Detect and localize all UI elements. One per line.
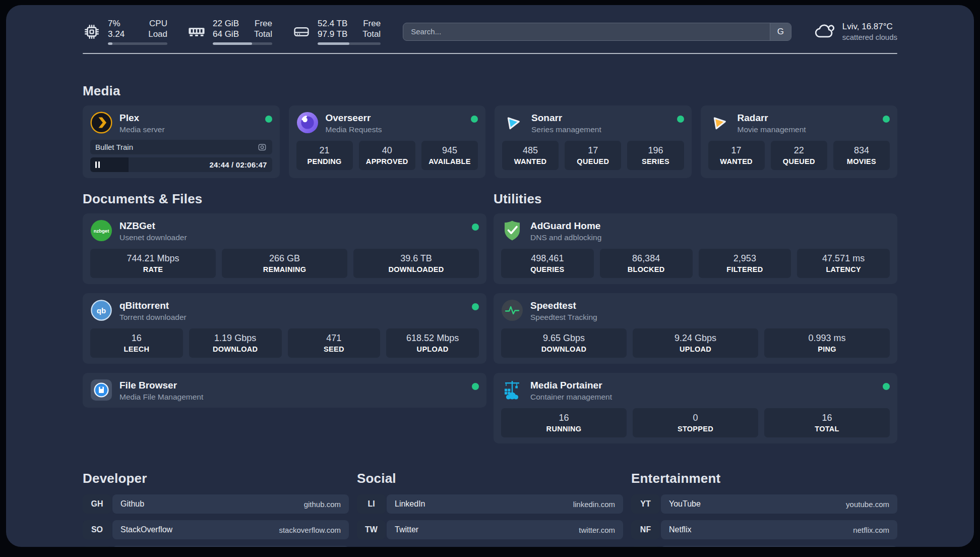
stat-label: DOWNLOAD (503, 345, 625, 353)
stat-box-row: 9.65 GbpsDOWNLOAD9.24 GbpsUPLOAD0.993 ms… (501, 328, 890, 358)
link-row-twitter[interactable]: TWTwittertwitter.com (357, 520, 623, 539)
link-row-youtube[interactable]: YTYouTubeyoutube.com (631, 494, 897, 514)
middle-columns: Documents & Files nzbgetNZBGetUsenet dow… (83, 191, 897, 443)
link-main[interactable]: Githubgithub.com (112, 494, 349, 514)
app-card-speedtest[interactable]: SpeedtestSpeedtest Tracking9.65 GbpsDOWN… (494, 293, 897, 364)
stat-value: 21 (298, 145, 351, 156)
metric-value: 97.9 TB (318, 29, 347, 39)
stat-box: 834MOVIES (833, 141, 890, 170)
qbittorrent-icon: qb (90, 299, 112, 321)
media-card-grid: PlexMedia serverBullet Train24:44 / 02:0… (83, 105, 897, 178)
topbar: 7%CPU3.24Load22 GiBFree64 GiBTotal52.4 T… (83, 18, 897, 45)
app-card-text: qBittorrentTorrent downloader (119, 299, 465, 322)
link-main[interactable]: LinkedInlinkedin.com (387, 494, 623, 514)
app-description: DNS and adblocking (530, 233, 890, 242)
stat-value: 9.65 Gbps (503, 332, 625, 344)
link-main[interactable]: Twittertwitter.com (387, 520, 623, 539)
link-main[interactable]: Netflixnetflix.com (661, 520, 897, 539)
adguard-icon (501, 219, 523, 242)
cloud-icon (814, 20, 836, 44)
app-card-file-browser[interactable]: File BrowserMedia File Management (83, 373, 486, 408)
app-card-qbittorrent[interactable]: qbqBittorrentTorrent downloader16LEECH1.… (83, 293, 486, 364)
link-abbreviation: YT (631, 494, 660, 514)
pause-button[interactable] (95, 161, 100, 168)
app-card-header: qbqBittorrentTorrent downloader (90, 299, 479, 322)
link-name: Twitter (395, 525, 418, 534)
link-rows: LILinkedInlinkedin.comTWTwittertwitter.c… (357, 494, 623, 539)
link-main[interactable]: Redditreddit.com (661, 546, 897, 547)
app-card-adguard-home[interactable]: AdGuard HomeDNS and adblocking498,461QUE… (494, 213, 897, 284)
ram-icon (188, 23, 206, 41)
app-card-sonarr[interactable]: SonarrSeries management485WANTED17QUEUED… (495, 105, 692, 178)
link-row-stackoverflow[interactable]: SOStackOverflowstackoverflow.com (83, 520, 349, 539)
link-row-dev[interactable]: DTDEVdev.to (83, 546, 349, 547)
stat-box: 9.24 GbpsUPLOAD (633, 328, 758, 358)
app-name: Sonarr (531, 112, 670, 124)
section-media: Media PlexMedia serverBullet Train24:44 … (83, 83, 897, 178)
search-input[interactable] (403, 27, 770, 36)
app-description: Media Requests (326, 125, 464, 134)
link-main[interactable]: StackOverflowstackoverflow.com (112, 520, 349, 539)
stat-label: FILTERED (701, 265, 789, 273)
app-description: Torrent downloader (119, 312, 465, 322)
status-online-dot (677, 116, 684, 123)
link-abbreviation: NF (631, 520, 660, 539)
metric-label: CPU (149, 18, 167, 29)
stat-value: 945 (423, 145, 476, 156)
link-row-linkedin[interactable]: LILinkedInlinkedin.com (357, 494, 623, 514)
playback-progress-bar[interactable]: 24:44 / 02:06:47 (90, 157, 272, 172)
overseerr-icon (296, 112, 319, 134)
stat-label: WANTED (504, 157, 557, 165)
stat-value: 0.993 ms (766, 332, 888, 344)
app-name: Speedtest (530, 300, 890, 311)
app-card-text: SpeedtestSpeedtest Tracking (530, 299, 890, 322)
stat-box-row: 744.21 MbpsRATE266 GBREMAINING39.6 TBDOW… (90, 249, 479, 278)
stat-value: 9.24 Gbps (635, 332, 756, 344)
link-row-github[interactable]: GHGithubgithub.com (83, 494, 349, 514)
link-main[interactable]: YouTubeyoutube.com (661, 494, 897, 514)
metric-value: 7% (108, 18, 120, 29)
system-metrics: 7%CPU3.24Load22 GiBFree64 GiBTotal52.4 T… (83, 18, 381, 45)
stat-label: STOPPED (635, 425, 756, 433)
stat-label: UPLOAD (635, 345, 756, 353)
link-sections: DeveloperGHGithubgithub.comSOStackOverfl… (83, 471, 897, 547)
link-row-reddit[interactable]: RERedditreddit.com (631, 546, 897, 547)
stat-value: 16 (92, 332, 181, 344)
section-developer: DeveloperGHGithubgithub.comSOStackOverfl… (83, 471, 349, 547)
app-description: Container management (530, 392, 876, 402)
link-name: LinkedIn (395, 499, 425, 509)
link-main[interactable]: DEVdev.to (112, 546, 349, 547)
app-card-nzbget[interactable]: nzbgetNZBGetUsenet downloader744.21 Mbps… (83, 213, 486, 284)
app-card-radarr[interactable]: RadarrMovie management17WANTED22QUEUED83… (701, 105, 898, 178)
stat-value: 16 (503, 412, 625, 423)
usage-bar-fill (318, 42, 349, 45)
stat-box-row: 21PENDING40APPROVED945AVAILABLE (296, 141, 478, 170)
stat-box: 16LEECH (90, 328, 183, 358)
now-playing-row: Bullet Train (90, 140, 272, 154)
system-metric: 7%CPU3.24Load (83, 18, 167, 45)
link-url: linkedin.com (573, 500, 615, 509)
svg-text:nzbget: nzbget (94, 228, 109, 234)
stat-label: QUEUED (567, 157, 619, 165)
app-card-overseerr[interactable]: OverseerrMedia Requests21PENDING40APPROV… (289, 105, 486, 178)
dashboard-page: 7%CPU3.24Load22 GiBFree64 GiBTotal52.4 T… (6, 5, 974, 547)
app-card-header: SonarrSeries management (502, 112, 684, 134)
status-online-dot (883, 383, 890, 390)
app-card-header: SpeedtestSpeedtest Tracking (501, 299, 890, 322)
section-entertainment: EntertainmentYTYouTubeyoutube.comNFNetfl… (631, 471, 897, 547)
cast-icon (257, 142, 267, 152)
app-card-plex[interactable]: PlexMedia serverBullet Train24:44 / 02:0… (83, 105, 280, 178)
stat-value: 266 GB (224, 253, 345, 264)
stat-box: 498,461QUERIES (501, 249, 594, 278)
app-card-text: AdGuard HomeDNS and adblocking (530, 219, 890, 242)
link-url: twitter.com (579, 526, 615, 534)
link-name: Netflix (669, 525, 691, 534)
search-engine-button[interactable]: G (770, 23, 791, 40)
stat-value: 0 (635, 412, 756, 423)
app-card-text: Media PortainerContainer management (530, 379, 876, 402)
link-row-netflix[interactable]: NFNetflixnetflix.com (631, 520, 897, 539)
system-metric: 22 GiBFree64 GiBTotal (188, 18, 272, 45)
stat-box: 196SERIES (627, 141, 684, 170)
app-card-media-portainer[interactable]: Media PortainerContainer management16RUN… (494, 373, 897, 443)
stat-box: 0.993 msPING (764, 328, 890, 358)
